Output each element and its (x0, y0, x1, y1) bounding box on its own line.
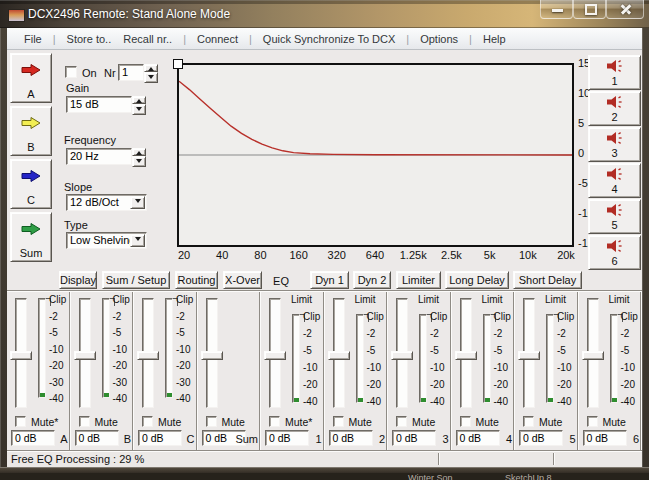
gain-value: 0 dB (393, 431, 435, 445)
taskbar-item[interactable]: SketchUp 8 (505, 473, 552, 480)
title-bar[interactable]: DCX2496 Remote: Stand Alone Mode (0, 0, 649, 28)
output-button-2[interactable]: 2 (588, 91, 641, 126)
menu-separator: | (401, 33, 414, 45)
channel-button-c[interactable]: C (10, 159, 52, 209)
mute-checkbox[interactable] (460, 416, 471, 427)
fader-thumb[interactable] (74, 351, 96, 360)
mute-checkbox[interactable] (587, 416, 598, 427)
output-button-1[interactable]: 1 (588, 55, 641, 90)
meter-scale-label: -10 (49, 344, 63, 355)
close-button[interactable] (606, 0, 644, 19)
mute-checkbox[interactable] (523, 416, 534, 427)
spin-down-button[interactable] (132, 104, 146, 115)
menu-item-options[interactable]: Options (414, 31, 464, 47)
spin-up-button[interactable] (132, 148, 146, 156)
fader-thumb[interactable] (201, 351, 223, 360)
gain-value-box[interactable]: 0 dB (519, 430, 563, 446)
channel-label: B (124, 433, 131, 445)
meter-scale-label: Clip (176, 294, 193, 305)
speaker-icon (605, 203, 625, 217)
menu-item-recall-nr[interactable]: Recall nr.. (117, 31, 178, 47)
gain-value: 0 dB (330, 431, 372, 445)
meter-scale-label: -40 (367, 396, 381, 407)
fader-thumb[interactable] (455, 351, 477, 360)
gain-value-box[interactable]: 0 dB (329, 430, 373, 446)
minimize-button[interactable] (540, 0, 573, 19)
fader-thumb[interactable] (264, 351, 286, 360)
meter-scale-label: -40 (113, 393, 127, 404)
dropdown-button[interactable] (130, 196, 145, 209)
slope-label: Slope (64, 181, 92, 193)
mute-checkbox[interactable] (333, 416, 344, 427)
channel-label: A (60, 433, 67, 445)
tab-x-over[interactable]: X-Over (223, 271, 262, 289)
menu-item-quick-synchronize-to-dcx[interactable]: Quick Synchronize To DCX (257, 31, 401, 47)
tab-eq[interactable]: EQ (265, 273, 297, 289)
tab-sum-setup[interactable]: Sum / Setup (102, 271, 170, 289)
output-button-3[interactable]: 3 (588, 127, 641, 162)
mute-checkbox[interactable] (15, 416, 26, 427)
output-button-6[interactable]: 6 (588, 235, 641, 270)
gain-value-box[interactable]: 0 dB (456, 430, 500, 446)
gain-value-box[interactable]: 0 dB (11, 430, 55, 446)
mute-label: Mute (539, 416, 562, 428)
eq-nr-input[interactable]: 1 (118, 64, 144, 81)
mute-label: Mute (222, 416, 245, 428)
x-tick-label: 80 (245, 249, 275, 261)
fader-panel-c: Clip-2-5-10-20-30-40Mute0 dBC (134, 292, 198, 450)
fader-thumb[interactable] (328, 351, 350, 360)
gain-value-box[interactable]: 0 dB (583, 430, 627, 446)
maximize-button[interactable] (573, 0, 606, 19)
tab-long-delay[interactable]: Long Delay (445, 271, 509, 289)
frequency-input[interactable]: 20 Hz (66, 148, 132, 165)
gain-value-box[interactable]: 0 dB (75, 430, 119, 446)
chevron-down-icon (135, 199, 141, 206)
fader-thumb[interactable] (582, 351, 604, 360)
tab-routing[interactable]: Routing (175, 271, 218, 289)
mute-checkbox[interactable] (142, 416, 153, 427)
tab-limiter[interactable]: Limiter (396, 271, 441, 289)
slope-dropdown[interactable]: 12 dB/Oct (66, 194, 147, 211)
menu-item-help[interactable]: Help (477, 31, 512, 47)
mute-checkbox[interactable] (79, 416, 90, 427)
gain-input[interactable]: 15 dB (66, 96, 132, 113)
channel-button-b[interactable]: B (10, 106, 52, 156)
gain-value-box[interactable]: 0 dB (265, 430, 309, 446)
meter-scale-label: -30 (176, 377, 190, 388)
fader-thumb[interactable] (391, 351, 413, 360)
taskbar-item[interactable]: Winter Son (408, 473, 453, 480)
fader-thumb[interactable] (137, 351, 159, 360)
fader-thumb[interactable] (10, 351, 32, 360)
fader-panel-6: LimitClip-2-5-10-20-40Mute0 dB6 (579, 292, 643, 450)
mute-label: Mute (95, 416, 118, 428)
gain-value-box[interactable]: 0 dB (392, 430, 436, 446)
tab-dyn-2[interactable]: Dyn 2 (353, 271, 391, 289)
tab-dyn-1[interactable]: Dyn 1 (310, 271, 349, 289)
mute-checkbox[interactable] (269, 416, 280, 427)
eq-on-checkbox[interactable] (65, 66, 77, 78)
spin-down-button[interactable] (132, 156, 146, 167)
type-dropdown[interactable]: Low Shelving (66, 232, 147, 249)
mute-checkbox[interactable] (206, 416, 217, 427)
spin-down-button[interactable] (144, 72, 158, 83)
spin-up-button[interactable] (144, 64, 158, 72)
gain-value-box[interactable]: 0 dB (138, 430, 182, 446)
meter-scale-label: -2 (113, 311, 122, 322)
channel-button-a[interactable]: A (10, 53, 52, 103)
meter-scale-label: -20 (176, 360, 190, 371)
output-button-4[interactable]: 4 (588, 163, 641, 198)
eq-band-handle[interactable] (173, 59, 183, 69)
channel-button-sum[interactable]: Sum (10, 212, 52, 262)
tab-short-delay[interactable]: Short Delay (513, 271, 582, 289)
status-panel-divider (438, 453, 440, 465)
spin-up-button[interactable] (132, 96, 146, 104)
menu-item-store-to[interactable]: Store to.. (61, 31, 118, 47)
mute-checkbox[interactable] (396, 416, 407, 427)
tab-display[interactable]: Display (59, 271, 97, 289)
menu-item-file[interactable]: File (18, 31, 48, 47)
fader-thumb[interactable] (518, 351, 540, 360)
dropdown-button[interactable] (130, 234, 145, 247)
limit-label: Limit (482, 294, 503, 305)
output-button-5[interactable]: 5 (588, 199, 641, 234)
menu-item-connect[interactable]: Connect (191, 31, 244, 47)
